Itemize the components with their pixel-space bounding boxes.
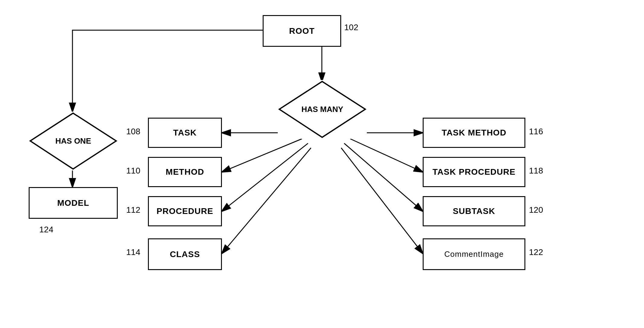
method-ref: 110 [126, 166, 140, 176]
svg-line-9 [350, 139, 423, 172]
model-ref: 124 [39, 225, 53, 234]
model-node: MODEL [29, 187, 118, 219]
procedure-ref: 112 [126, 205, 140, 215]
svg-line-10 [344, 143, 423, 211]
class-node: CLASS [148, 238, 222, 270]
procedure-node: PROCEDURE [148, 196, 222, 226]
comment-image-ref: 122 [529, 247, 543, 257]
svg-line-5 [222, 139, 302, 172]
root-node: ROOT [263, 15, 341, 47]
class-ref: 114 [126, 247, 140, 257]
has-many-node: HAS MANY [278, 80, 367, 139]
task-procedure-node: TASK PROCEDURE [423, 157, 525, 187]
subtask-ref: 120 [529, 205, 543, 215]
svg-line-6 [222, 143, 308, 211]
comment-image-node: CommentImage [423, 238, 525, 270]
task-node: TASK [148, 118, 222, 148]
root-ref: 102 [344, 23, 358, 32]
task-method-node: TASK METHOD [423, 118, 525, 148]
has-one-node: HAS ONE [29, 112, 118, 170]
task-ref: 108 [126, 127, 140, 136]
task-method-ref: 116 [529, 127, 543, 136]
subtask-node: SUBTASK [423, 196, 525, 226]
method-node: METHOD [148, 157, 222, 187]
task-procedure-ref: 118 [529, 166, 543, 176]
diagram-container: ROOT 102 HAS MANY HAS ONE MODEL 124 TASK… [0, 0, 644, 328]
